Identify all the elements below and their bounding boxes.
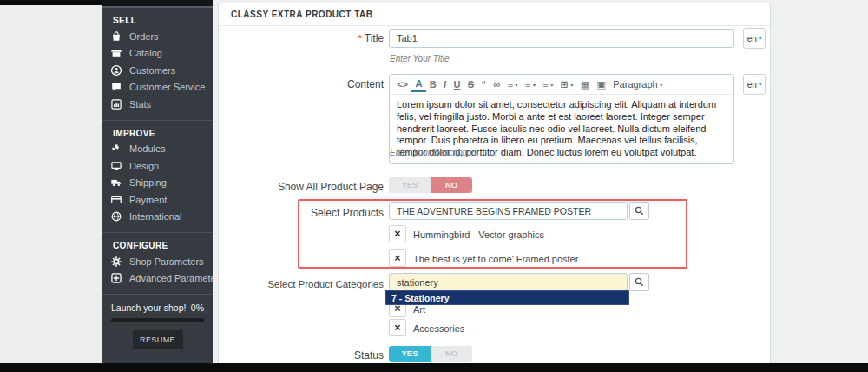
sidebar-divider bbox=[102, 232, 213, 233]
sidebar-item-label: Customer Service bbox=[129, 82, 205, 92]
sidebar-item-shop-parameters[interactable]: Shop Parameters bbox=[102, 253, 213, 270]
show-all-no-button[interactable]: NO bbox=[431, 177, 472, 193]
required-asterisk: * bbox=[358, 33, 361, 43]
gear-icon bbox=[109, 255, 123, 269]
sidebar-item-catalog[interactable]: Catalog bbox=[102, 45, 213, 63]
unordered-list-dropdown[interactable]: ≡▾ bbox=[522, 76, 539, 93]
sidebar-item-international[interactable]: International bbox=[102, 209, 213, 226]
chevron-down-icon: ▾ bbox=[550, 82, 553, 88]
select-categories-label: Select Product Categories bbox=[219, 279, 384, 289]
selected-product-item: The best is yet to come' Framed poster bbox=[413, 254, 578, 264]
chat-icon bbox=[109, 80, 123, 94]
launch-progress-bar bbox=[111, 318, 204, 322]
sidebar-item-customers[interactable]: Customers bbox=[102, 62, 213, 79]
show-all-label: Show All Product Page bbox=[219, 181, 384, 193]
sidebar-item-orders[interactable]: Orders bbox=[102, 28, 213, 45]
status-yes-button[interactable]: YES bbox=[389, 346, 431, 362]
selected-category-item: Accessories bbox=[413, 323, 464, 334]
embed-icon[interactable]: ▣ bbox=[593, 76, 609, 93]
table-icon: ⊞ bbox=[561, 79, 569, 90]
sidebar-item-customer-service[interactable]: Customer Service bbox=[102, 79, 213, 96]
sidebar-item-stats[interactable]: Stats bbox=[102, 96, 213, 113]
stats-icon bbox=[109, 97, 123, 111]
selected-product-item: Hummingbird - Vector graphics bbox=[413, 229, 544, 240]
search-icon bbox=[635, 206, 644, 216]
monitor-icon bbox=[109, 159, 123, 173]
status-no-button[interactable]: NO bbox=[431, 346, 472, 362]
title-language-dropdown[interactable]: en▾ bbox=[743, 28, 766, 49]
align-dropdown[interactable]: ≡▾ bbox=[503, 76, 521, 93]
page-left-gutter bbox=[0, 5, 102, 363]
credit-card-icon bbox=[109, 193, 123, 207]
sidebar-item-label: Stats bbox=[129, 99, 151, 110]
sidebar-item-advanced-parameters[interactable]: Advanced Parameters bbox=[102, 270, 213, 288]
select-products-label: Select Products bbox=[219, 207, 384, 219]
sidebar-item-label: Design bbox=[129, 161, 159, 171]
sidebar-item-modules[interactable]: Modules bbox=[102, 141, 213, 158]
title-helper-text: Enter Your Title bbox=[390, 54, 450, 63]
truck-icon bbox=[109, 176, 123, 189]
sidebar-item-label: Shipping bbox=[129, 177, 167, 188]
chevron-down-icon: ▾ bbox=[759, 35, 761, 42]
chevron-down-icon: ▾ bbox=[660, 82, 662, 88]
sidebar-item-label: Modules bbox=[129, 143, 166, 154]
strikethrough-icon[interactable]: S bbox=[464, 76, 478, 93]
sidebar-item-label: Payment bbox=[129, 195, 167, 205]
blockquote-icon[interactable]: “ bbox=[477, 76, 490, 93]
code-icon[interactable]: <> bbox=[393, 76, 411, 93]
remove-product-button[interactable]: × bbox=[389, 249, 406, 267]
ordered-list-dropdown[interactable]: ≡▾ bbox=[539, 76, 556, 93]
remove-category-button[interactable]: × bbox=[389, 319, 406, 336]
puzzle-icon bbox=[109, 142, 123, 156]
title-input[interactable] bbox=[389, 29, 734, 48]
module-config-panel: CLASSY EXTRA PRODUCT TAB *Title en▾ Ente… bbox=[218, 3, 771, 363]
sidebar-item-label: Catalog bbox=[129, 48, 162, 58]
sidebar-divider bbox=[102, 120, 213, 121]
sidebar-item-design[interactable]: Design bbox=[102, 157, 213, 175]
sidebar-item-label: Customers bbox=[129, 65, 175, 76]
sidebar-item-label: International bbox=[129, 211, 182, 222]
content-language-dropdown[interactable]: en▾ bbox=[743, 74, 766, 95]
underline-icon[interactable]: U bbox=[450, 76, 464, 93]
link-icon[interactable]: ∞ bbox=[490, 76, 503, 93]
show-all-toggle: YES NO bbox=[389, 177, 472, 193]
launch-percent: 0% bbox=[191, 302, 204, 313]
store-icon bbox=[109, 46, 123, 60]
table-dropdown[interactable]: ⊞▾ bbox=[556, 76, 576, 93]
page-bottom-bar bbox=[0, 363, 868, 372]
sidebar-section-configure: CONFIGURE bbox=[113, 241, 213, 250]
launch-block: Launch your shop! 0% RESUME bbox=[102, 302, 213, 349]
status-toggle: YES NO bbox=[389, 346, 472, 362]
sidebar-item-payment[interactable]: Payment bbox=[102, 191, 213, 209]
resume-button[interactable]: RESUME bbox=[133, 330, 183, 349]
text-color-icon[interactable]: A bbox=[411, 76, 425, 92]
bag-icon bbox=[109, 30, 123, 43]
content-helper-text: Enter Your Description bbox=[390, 148, 477, 157]
chevron-down-icon: ▾ bbox=[533, 82, 536, 88]
title-label: *Title bbox=[219, 32, 384, 44]
sidebar-top-bar bbox=[102, 0, 213, 8]
italic-icon[interactable]: I bbox=[440, 76, 450, 93]
select-products-input[interactable] bbox=[389, 202, 628, 220]
sidebar-item-label: Shop Parameters bbox=[129, 256, 204, 267]
chevron-down-icon: ▾ bbox=[759, 81, 761, 88]
chevron-down-icon: ▾ bbox=[516, 82, 518, 88]
sidebar-divider bbox=[102, 294, 213, 295]
bold-icon[interactable]: B bbox=[426, 76, 440, 93]
search-icon bbox=[635, 277, 644, 287]
unordered-list-icon: ≡ bbox=[525, 79, 530, 90]
select-categories-input[interactable] bbox=[389, 273, 628, 291]
sidebar: SELL Orders Catalog Customers Customer S… bbox=[102, 0, 213, 363]
sidebar-item-label: Orders bbox=[129, 31, 159, 42]
image-icon[interactable]: ▦ bbox=[577, 76, 594, 93]
remove-product-button[interactable]: × bbox=[389, 225, 406, 242]
show-all-yes-button[interactable]: YES bbox=[389, 177, 431, 193]
align-icon: ≡ bbox=[508, 79, 513, 90]
paragraph-style-dropdown[interactable]: Paragraph▾ bbox=[609, 76, 666, 93]
main-area: CLASSY EXTRA PRODUCT TAB *Title en▾ Ente… bbox=[213, 0, 868, 363]
sidebar-item-shipping[interactable]: Shipping bbox=[102, 175, 213, 192]
select-categories-search-button[interactable] bbox=[629, 273, 649, 291]
select-products-search-button[interactable] bbox=[629, 202, 649, 220]
autocomplete-option[interactable]: 7 - Stationery bbox=[385, 290, 629, 305]
content-label: Content bbox=[219, 78, 384, 90]
